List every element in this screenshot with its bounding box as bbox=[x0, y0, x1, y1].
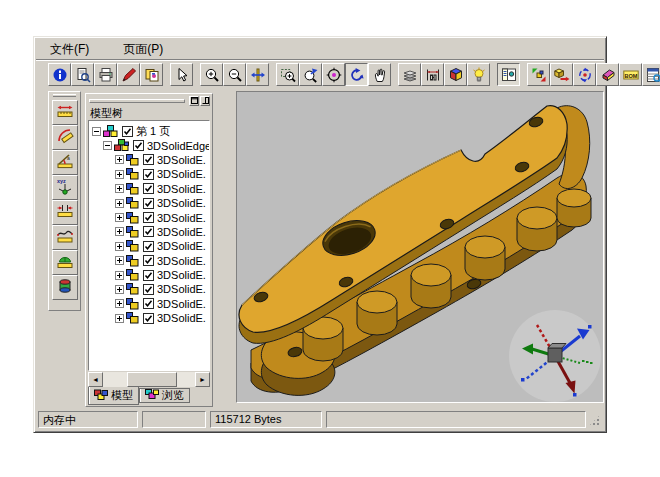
rotate-part-button[interactable] bbox=[573, 63, 596, 86]
expand-icon[interactable] bbox=[115, 213, 124, 222]
expand-icon[interactable] bbox=[115, 285, 124, 294]
tree-node-label[interactable]: 第 1 页 bbox=[136, 124, 170, 139]
rotate-center-button[interactable] bbox=[322, 63, 345, 86]
expand-icon[interactable] bbox=[115, 155, 124, 164]
scroll-track[interactable] bbox=[103, 372, 195, 387]
expand-icon[interactable] bbox=[115, 314, 124, 323]
tree-node-label[interactable]: 3DSolidE. bbox=[157, 312, 206, 324]
scroll-thumb[interactable] bbox=[127, 372, 177, 387]
tree-row-part[interactable]: 3DSolidE. bbox=[91, 153, 209, 167]
tree-row-part[interactable]: 3DSolidE. bbox=[91, 311, 209, 325]
visibility-checkbox[interactable] bbox=[143, 212, 154, 223]
tree-row-part[interactable]: 3DSolidE. bbox=[91, 282, 209, 296]
visibility-checkbox[interactable] bbox=[143, 226, 154, 237]
visibility-checkbox[interactable] bbox=[143, 298, 154, 309]
zoom-fit-button[interactable] bbox=[246, 63, 269, 86]
zoom-window-button[interactable] bbox=[276, 63, 299, 86]
visibility-checkbox[interactable] bbox=[143, 169, 154, 180]
tab-model[interactable]: 模型 bbox=[88, 387, 139, 405]
tree-row-part[interactable]: 3DSolidE. bbox=[91, 268, 209, 282]
tree-node-label[interactable]: 3DSolidE. bbox=[157, 298, 206, 310]
tree-node-label[interactable]: 3DSolidEdge. bbox=[147, 140, 210, 152]
tree-row-part[interactable]: 3DSolidE. bbox=[91, 196, 209, 210]
panel-toggle-button[interactable] bbox=[497, 63, 520, 86]
tree-row-part[interactable]: 3DSolidE. bbox=[91, 167, 209, 181]
zoom-in-button[interactable] bbox=[200, 63, 223, 86]
expand-icon[interactable] bbox=[115, 299, 124, 308]
collapse-icon[interactable] bbox=[92, 127, 101, 136]
tree-node-label[interactable]: 3DSolidE. bbox=[157, 197, 206, 209]
report-button[interactable] bbox=[642, 63, 660, 86]
bom-button[interactable]: BOM bbox=[619, 63, 642, 86]
tree-row-assembly[interactable]: 3DSolidEdge. bbox=[91, 138, 209, 152]
panel-close-button[interactable] bbox=[200, 96, 210, 106]
color-stamp-button[interactable] bbox=[140, 63, 163, 86]
viewport-3d[interactable] bbox=[236, 91, 604, 403]
explode-button[interactable] bbox=[527, 63, 550, 86]
visibility-checkbox[interactable] bbox=[133, 140, 144, 151]
menu-page[interactable]: 页面(P) bbox=[119, 40, 167, 59]
measure-coordinate-button[interactable]: xyz bbox=[52, 175, 78, 200]
tree-row-page[interactable]: 第 1 页 bbox=[91, 124, 209, 138]
tree-node-label[interactable]: 3DSolidE. bbox=[157, 183, 206, 195]
visibility-checkbox[interactable] bbox=[143, 284, 154, 295]
measure-radius-button[interactable] bbox=[52, 125, 78, 150]
resize-grip[interactable] bbox=[588, 414, 601, 427]
light-button[interactable] bbox=[467, 63, 490, 86]
visibility-checkbox[interactable] bbox=[143, 270, 154, 281]
print-button[interactable] bbox=[94, 63, 117, 86]
tree-node-label[interactable]: 3DSolidE. bbox=[157, 212, 206, 224]
move-part-button[interactable] bbox=[550, 63, 573, 86]
tree-node-label[interactable]: 3DSolidE. bbox=[157, 283, 206, 295]
tree-node-label[interactable]: 3DSolidE. bbox=[157, 255, 206, 267]
info-button[interactable] bbox=[48, 63, 71, 86]
visibility-checkbox[interactable] bbox=[143, 154, 154, 165]
measure-angle-button[interactable]: a bbox=[52, 150, 78, 175]
expand-icon[interactable] bbox=[115, 170, 124, 179]
menu-file[interactable]: 文件(F) bbox=[46, 40, 93, 59]
collapse-icon[interactable] bbox=[103, 141, 112, 150]
expand-icon[interactable] bbox=[115, 242, 124, 251]
print-preview-button[interactable] bbox=[71, 63, 94, 86]
rotate-button[interactable] bbox=[345, 63, 368, 86]
layers-button[interactable] bbox=[398, 63, 421, 86]
visibility-checkbox[interactable] bbox=[143, 313, 154, 324]
tree-row-part[interactable]: 3DSolidE. bbox=[91, 225, 209, 239]
measure-area-button[interactable] bbox=[52, 250, 78, 275]
panel-float-button[interactable] bbox=[189, 96, 199, 106]
tree-node-label[interactable]: 3DSolidE. bbox=[157, 226, 206, 238]
measure-curve-button[interactable] bbox=[52, 225, 78, 250]
tree-node-label[interactable]: 3DSolidE. bbox=[157, 154, 206, 166]
visibility-checkbox[interactable] bbox=[143, 198, 154, 209]
visibility-checkbox[interactable] bbox=[122, 126, 133, 137]
tree-node-label[interactable]: 3DSolidE. bbox=[157, 240, 206, 252]
view-box-button[interactable] bbox=[444, 63, 467, 86]
tab-browse[interactable]: 浏览 bbox=[139, 388, 190, 403]
measure-distance-button[interactable] bbox=[52, 100, 78, 125]
pmi-button[interactable] bbox=[421, 63, 444, 86]
pan-button[interactable] bbox=[368, 63, 391, 86]
measure-volume-button[interactable] bbox=[52, 275, 78, 300]
tree-node-label[interactable]: 3DSolidE. bbox=[157, 168, 206, 180]
expand-icon[interactable] bbox=[115, 227, 124, 236]
tree-node-label[interactable]: 3DSolidE. bbox=[157, 269, 206, 281]
erase-part-button[interactable] bbox=[596, 63, 619, 86]
visibility-checkbox[interactable] bbox=[143, 255, 154, 266]
measure-gap-button[interactable] bbox=[52, 200, 78, 225]
expand-icon[interactable] bbox=[115, 199, 124, 208]
tree-row-part[interactable]: 3DSolidE. bbox=[91, 210, 209, 224]
expand-icon[interactable] bbox=[115, 256, 124, 265]
dynamic-zoom-button[interactable] bbox=[299, 63, 322, 86]
tree-row-part[interactable]: 3DSolidE. bbox=[91, 297, 209, 311]
scroll-right-button[interactable]: ► bbox=[195, 372, 210, 387]
panel-grip[interactable] bbox=[89, 99, 185, 103]
tree-row-part[interactable]: 3DSolidE. bbox=[91, 239, 209, 253]
toolbar-grip[interactable] bbox=[53, 94, 76, 97]
visibility-checkbox[interactable] bbox=[143, 241, 154, 252]
expand-icon[interactable] bbox=[115, 184, 124, 193]
scroll-left-button[interactable]: ◄ bbox=[88, 372, 103, 387]
select-cursor-button[interactable] bbox=[170, 63, 193, 86]
expand-icon[interactable] bbox=[115, 271, 124, 280]
tree-row-part[interactable]: 3DSolidE. bbox=[91, 182, 209, 196]
visibility-checkbox[interactable] bbox=[143, 183, 154, 194]
